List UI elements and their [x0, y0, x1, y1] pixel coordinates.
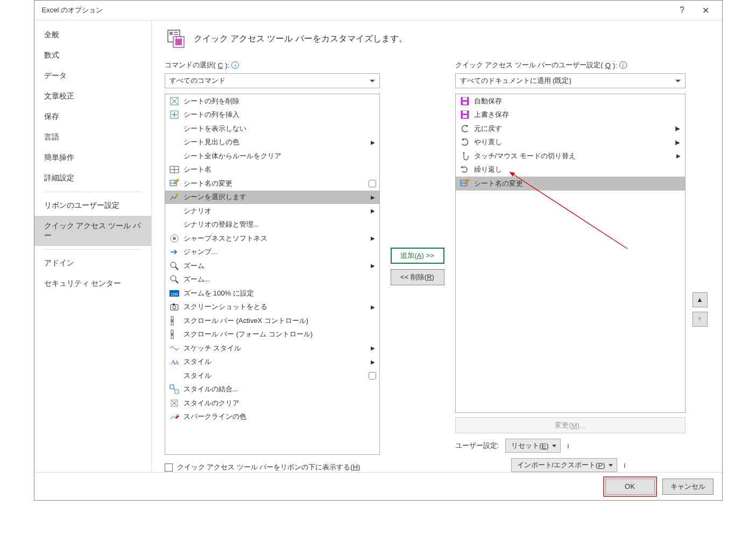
svg-point-28 [173, 306, 176, 309]
list-item[interactable]: シート名の変更 [456, 177, 685, 191]
sidebar-item[interactable]: 数式 [34, 45, 151, 66]
list-item[interactable]: シナリオ▶ [165, 204, 379, 218]
blank-icon [168, 219, 180, 230]
commands-listbox[interactable]: シートの列を削除シートの列を挿入シートを表示しないシート見出しの色▶シート全体か… [165, 94, 380, 455]
svg-rect-3 [174, 34, 178, 35]
grid-edit-icon [168, 178, 180, 189]
list-item[interactable]: シート見出しの色▶ [165, 136, 379, 150]
sidebar-item[interactable]: 全般 [34, 25, 151, 45]
blank-icon [168, 206, 180, 216]
svg-rect-5 [175, 39, 182, 45]
list-item[interactable]: スクロール バー (フォーム コントロール) [165, 328, 379, 342]
info-icon[interactable]: i [619, 61, 627, 69]
scroll-icon [168, 329, 180, 340]
close-button[interactable]: ✕ [694, 2, 718, 18]
sidebar-item[interactable]: 言語 [34, 127, 151, 147]
list-item[interactable]: スタイルのクリア [165, 396, 379, 410]
list-item[interactable]: 元に戻す|▶ [456, 122, 685, 136]
list-item[interactable]: スタイル [165, 369, 379, 383]
move-up-button[interactable]: ▲ [693, 292, 708, 307]
100-icon: 100 [168, 288, 180, 299]
import-export-dropdown[interactable]: インポート/エクスポート(P) [511, 458, 618, 472]
list-item-label: シート全体からルールをクリア [183, 151, 376, 161]
submenu-indicator-icon: ▶ [371, 139, 375, 145]
qat-listbox[interactable]: 自動保存上書き保存元に戻す|▶やり直し|▶タッチ/マウス モードの切り替え▶繰り… [455, 94, 686, 413]
svg-rect-1 [169, 32, 173, 35]
ok-button[interactable]: OK [605, 479, 655, 495]
qat-scope-dropdown[interactable]: すべてのドキュメントに適用 (既定) [455, 73, 686, 88]
list-item-label: スタイルのクリア [183, 398, 376, 408]
list-item-label: ズーム [183, 261, 376, 271]
list-item[interactable]: 自動保存 [456, 94, 685, 108]
list-item[interactable]: 上書き保存 [456, 108, 685, 122]
show-below-ribbon-checkbox[interactable] [165, 463, 173, 472]
list-item-label: ズーム... [183, 275, 376, 284]
list-item[interactable]: やり直し|▶ [456, 136, 685, 150]
list-item-label: シナリオ [183, 206, 376, 216]
list-item[interactable]: シート名 [165, 163, 379, 177]
cancel-button[interactable]: キャンセル [662, 479, 713, 495]
list-item[interactable]: シャープネスとソフトネス▶ [165, 231, 379, 245]
list-item[interactable]: ズーム... [165, 273, 379, 287]
sidebar-item[interactable]: アドイン [34, 253, 151, 273]
list-item[interactable]: スケッチ スタイル▶ [165, 341, 379, 355]
list-item[interactable]: 100ズームを 100% に設定 [165, 286, 379, 300]
qat-bottom-controls: 変更(M)... ユーザー設定: リセット(E) i インポート/エクスポート(… [455, 417, 686, 472]
blank-icon [168, 123, 180, 134]
list-item[interactable]: スパークラインの色 [165, 410, 379, 424]
repeat-icon [459, 164, 471, 175]
list-item-label: シャープネスとソフトネス [183, 234, 376, 243]
list-item-label: スパークラインの色 [183, 412, 376, 421]
list-item[interactable]: スクリーンショットをとる▶ [165, 300, 379, 314]
reset-dropdown[interactable]: リセット(E) [505, 439, 561, 453]
sparkc-icon [168, 411, 180, 422]
sidebar-item[interactable]: 文章校正 [34, 86, 151, 107]
list-item[interactable]: タッチ/マウス モードの切り替え▶ [456, 149, 685, 163]
info-icon[interactable]: i [624, 461, 625, 469]
list-item[interactable]: シート名の変更 [165, 177, 379, 191]
commands-from-dropdown[interactable]: すべてのコマンド [165, 73, 380, 88]
svg-rect-31 [171, 319, 173, 322]
list-item[interactable]: シートの列を削除 [165, 94, 379, 108]
segment-indicator [369, 372, 376, 380]
list-item[interactable]: シートの列を挿入 [165, 108, 379, 122]
sidebar-item[interactable]: クイック アクセス ツール バー [34, 216, 151, 246]
list-item[interactable]: シートを表示しない [165, 122, 379, 136]
list-item[interactable]: シナリオの登録と管理... [165, 218, 379, 232]
info-icon[interactable]: i [567, 442, 569, 450]
help-button[interactable]: ? [670, 2, 694, 18]
list-item-label: シーンを選択します [183, 192, 376, 202]
sidebar-item[interactable]: リボンのユーザー設定 [34, 195, 151, 216]
list-item[interactable]: 繰り返し [456, 163, 685, 177]
list-item-label: ジャンプ... [183, 247, 376, 257]
svg-point-23 [171, 276, 176, 281]
list-item[interactable]: シート全体からルールをクリア [165, 149, 379, 163]
list-item-label: スクロール バー (フォーム コントロール) [183, 329, 376, 339]
sidebar-item[interactable]: 詳細設定 [34, 168, 151, 188]
sidebar-item[interactable]: 保存 [34, 107, 151, 127]
svg-point-20 [173, 237, 176, 240]
touch-icon [459, 151, 471, 161]
list-item-label: スタイル [183, 357, 376, 367]
move-down-button[interactable]: ▼ [693, 312, 708, 327]
list-item[interactable]: ズーム▶ [165, 259, 379, 273]
list-item[interactable]: シーンを選択します▶ [165, 191, 379, 205]
list-item-label: スクロール バー (ActiveX コントロール) [183, 316, 376, 326]
list-item-label: シナリオの登録と管理... [183, 220, 376, 229]
list-item[interactable]: ジャンプ... [165, 245, 379, 259]
list-item[interactable]: スタイルの結合... [165, 383, 379, 397]
list-item[interactable]: AAスタイル▶ [165, 355, 379, 369]
submenu-indicator-icon: ▶ [371, 235, 375, 241]
sidebar-item[interactable]: セキュリティ センター [34, 273, 151, 294]
add-button[interactable]: 追加(A) >> [391, 248, 444, 264]
submenu-indicator-icon: ▶ [371, 194, 375, 200]
svg-line-22 [175, 267, 178, 270]
info-icon[interactable]: i [231, 61, 239, 69]
ins-col-icon [168, 109, 180, 120]
sidebar-item[interactable]: 簡単操作 [34, 147, 151, 168]
list-item[interactable]: スクロール バー (ActiveX コントロール) [165, 314, 379, 328]
remove-button[interactable]: << 削除(R) [391, 269, 444, 285]
ok-highlight: OK [603, 476, 657, 497]
sidebar-item[interactable]: データ [34, 66, 151, 86]
clear-icon [168, 398, 180, 409]
